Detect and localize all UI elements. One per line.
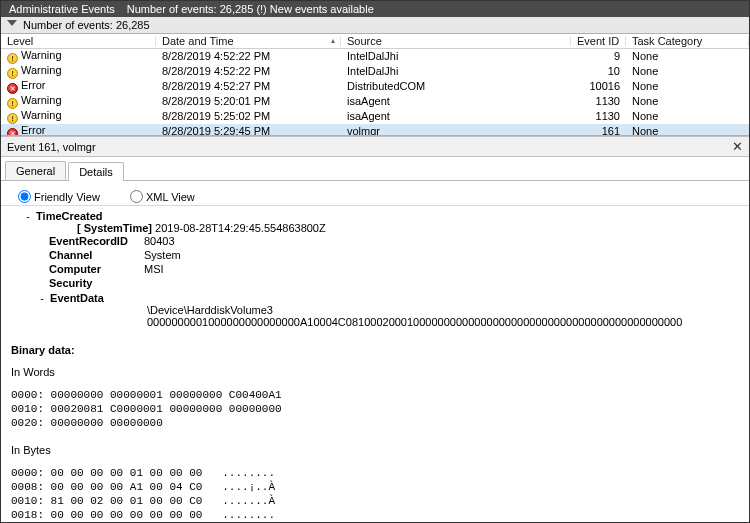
view-options: Friendly View XML View xyxy=(1,181,749,206)
cell-source: isaAgent xyxy=(341,109,571,124)
cell-date: 8/28/2019 5:20:01 PM xyxy=(156,94,341,109)
cell-task: None xyxy=(626,94,749,109)
warning-icon xyxy=(7,53,18,64)
label-security: Security xyxy=(49,277,144,289)
table-row[interactable]: Warning8/28/2019 5:25:02 PMisaAgent1130N… xyxy=(1,109,749,124)
binary-data-title: Binary data: xyxy=(11,344,739,356)
table-row[interactable]: Error8/28/2019 5:29:45 PMvolmgr161None xyxy=(1,124,749,136)
title-subtext: Number of events: 26,285 (!) New events … xyxy=(127,3,374,15)
filter-bar: Number of events: 26,285 xyxy=(1,17,749,34)
tree-collapse-icon[interactable]: - xyxy=(37,292,47,304)
window-titlebar: Administrative Events Number of events: … xyxy=(1,1,749,17)
node-eventdata: EventData xyxy=(50,292,104,304)
cell-task: None xyxy=(626,49,749,65)
binary-bytes: 0000: 00 00 00 00 01 00 00 00 ........ 0… xyxy=(11,466,739,518)
col-header-task[interactable]: Task Category xyxy=(626,34,749,49)
tab-details[interactable]: Details xyxy=(68,162,124,181)
title-text: Administrative Events xyxy=(9,3,115,15)
event-grid[interactable]: Level Date and Time▴ Source Event ID Tas… xyxy=(1,34,749,136)
cell-level: Error xyxy=(21,124,45,136)
col-header-source[interactable]: Source xyxy=(341,34,571,49)
cell-task: None xyxy=(626,64,749,79)
radio-friendly-input[interactable] xyxy=(18,190,31,203)
col-header-eventid[interactable]: Event ID xyxy=(571,34,626,49)
radio-friendly-view[interactable]: Friendly View xyxy=(13,191,100,203)
grid-header-row[interactable]: Level Date and Time▴ Source Event ID Tas… xyxy=(1,34,749,49)
detail-tabs: General Details xyxy=(1,157,749,181)
cell-source: DistributedCOM xyxy=(341,79,571,94)
cell-task: None xyxy=(626,124,749,136)
sort-indicator-icon: ▴ xyxy=(331,36,335,45)
cell-eventid: 1130 xyxy=(571,109,626,124)
cell-level: Warning xyxy=(21,94,62,106)
tree-collapse-icon[interactable]: - xyxy=(23,210,33,222)
col-header-date[interactable]: Date and Time▴ xyxy=(156,34,341,49)
value-channel: System xyxy=(144,249,181,261)
cell-date: 8/28/2019 4:52:22 PM xyxy=(156,64,341,79)
warning-icon xyxy=(7,98,18,109)
node-timecreated: TimeCreated xyxy=(36,210,102,222)
cell-eventid: 1130 xyxy=(571,94,626,109)
cell-level: Warning xyxy=(21,49,62,61)
value-systemtime: 2019-08-28T14:29:45.554863800Z xyxy=(155,222,326,234)
table-row[interactable]: Warning8/28/2019 4:52:22 PMIntelDalJhi10… xyxy=(1,64,749,79)
table-row[interactable]: Error8/28/2019 4:52:27 PMDistributedCOM1… xyxy=(1,79,749,94)
detail-content[interactable]: - TimeCreated [ SystemTime] 2019-08-28T1… xyxy=(1,206,749,518)
table-row[interactable]: Warning8/28/2019 4:52:22 PMIntelDalJhi9N… xyxy=(1,49,749,65)
error-icon xyxy=(7,128,18,136)
value-computer: MSI xyxy=(144,263,164,275)
label-channel: Channel xyxy=(49,249,144,261)
cell-level: Warning xyxy=(21,109,62,121)
cell-level: Error xyxy=(21,79,45,91)
detail-title: Event 161, volmgr xyxy=(7,141,96,153)
binary-words: 0000: 00000000 00000001 00000000 C00400A… xyxy=(11,388,739,430)
label-recordid: EventRecordID xyxy=(49,235,144,247)
cell-date: 8/28/2019 4:52:27 PM xyxy=(156,79,341,94)
cell-level: Warning xyxy=(21,64,62,76)
value-hex: 0000000001000000000000000A10004C08100020… xyxy=(147,316,739,328)
label-systemtime: [ SystemTime] xyxy=(77,222,152,234)
warning-icon xyxy=(7,113,18,124)
detail-pane-header: Event 161, volmgr ✕ xyxy=(1,136,749,157)
value-device: \Device\HarddiskVolume3 xyxy=(147,304,739,316)
filter-icon[interactable] xyxy=(7,20,17,30)
warning-icon xyxy=(7,68,18,79)
cell-source: IntelDalJhi xyxy=(341,49,571,65)
cell-date: 8/28/2019 5:29:45 PM xyxy=(156,124,341,136)
cell-task: None xyxy=(626,79,749,94)
tab-general[interactable]: General xyxy=(5,161,66,180)
label-computer: Computer xyxy=(49,263,144,275)
label-in-words: In Words xyxy=(11,366,739,378)
radio-xml-view[interactable]: XML View xyxy=(125,191,195,203)
radio-xml-input[interactable] xyxy=(130,190,143,203)
close-icon[interactable]: ✕ xyxy=(732,139,743,154)
cell-eventid: 10 xyxy=(571,64,626,79)
table-row[interactable]: Warning8/28/2019 5:20:01 PMisaAgent1130N… xyxy=(1,94,749,109)
cell-eventid: 9 xyxy=(571,49,626,65)
cell-source: isaAgent xyxy=(341,94,571,109)
cell-date: 8/28/2019 5:25:02 PM xyxy=(156,109,341,124)
cell-date: 8/28/2019 4:52:22 PM xyxy=(156,49,341,65)
cell-task: None xyxy=(626,109,749,124)
cell-eventid: 161 xyxy=(571,124,626,136)
filter-count-label: Number of events: 26,285 xyxy=(23,19,150,31)
error-icon xyxy=(7,83,18,94)
col-header-level[interactable]: Level xyxy=(1,34,156,49)
value-recordid: 80403 xyxy=(144,235,175,247)
label-in-bytes: In Bytes xyxy=(11,444,739,456)
cell-source: volmgr xyxy=(341,124,571,136)
cell-eventid: 10016 xyxy=(571,79,626,94)
cell-source: IntelDalJhi xyxy=(341,64,571,79)
